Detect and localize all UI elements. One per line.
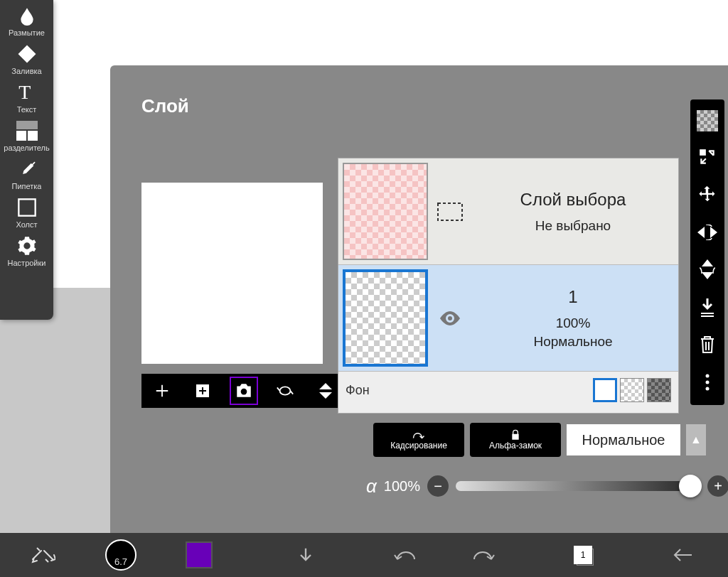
decrease-button[interactable]: − — [427, 475, 449, 497]
layer-thumb — [343, 269, 428, 367]
download-icon[interactable] — [284, 539, 327, 571]
tool-bucket[interactable]: Заливка — [0, 40, 53, 78]
add-button[interactable] — [148, 377, 176, 405]
cropping-button[interactable]: Кадсирование — [373, 423, 464, 457]
tool-settings[interactable]: Настройки — [0, 232, 53, 270]
increase-button[interactable]: + — [707, 475, 728, 497]
tool-label: Текст — [17, 105, 37, 114]
svg-rect-6 — [700, 149, 706, 156]
svg-rect-1 — [18, 199, 35, 215]
redo-button[interactable] — [462, 539, 505, 571]
layer-thumb — [343, 163, 428, 260]
svg-point-10 — [706, 380, 710, 384]
canvas-preview[interactable] — [141, 183, 323, 364]
brush-size-indicator[interactable]: 6.7 — [100, 539, 142, 571]
more-icon[interactable] — [695, 370, 719, 394]
layer-status: Не выбрано — [535, 218, 611, 234]
svg-text:T: T — [18, 82, 31, 102]
tool-label: Размытие — [9, 28, 45, 37]
mirror-v-icon[interactable] — [695, 257, 719, 281]
tool-label: Заливка — [11, 67, 41, 75]
bg-swatches — [593, 378, 671, 402]
bucket-icon — [16, 43, 38, 65]
svg-rect-7 — [701, 313, 714, 314]
move-icon[interactable] — [695, 183, 719, 207]
tool-label: Холст — [16, 220, 37, 229]
alpha-lock-label: Альфа-замок — [489, 441, 542, 451]
tool-eyedropper[interactable]: Пипетка — [0, 155, 53, 193]
tool-label: разделитель — [4, 144, 49, 152]
tool-label: Настройки — [8, 259, 46, 267]
text-icon: T — [16, 81, 38, 104]
bottom-bar: 6.7 1 — [0, 533, 728, 577]
layer-info: Слой выбора Не выбрано — [468, 158, 678, 264]
layer-active-row[interactable]: 1 100% Нормальное — [338, 265, 678, 372]
tool-divider[interactable]: разделитель — [0, 117, 53, 155]
svg-point-11 — [706, 387, 710, 390]
canvas-icon — [16, 196, 38, 219]
opacity-slider-row: α 100% − + — [366, 472, 728, 500]
panel-title: Слой — [110, 65, 728, 117]
slider-thumb[interactable] — [679, 475, 702, 497]
svg-point-5 — [448, 316, 452, 320]
layers-button[interactable]: 1 — [562, 539, 604, 571]
tool-blur[interactable]: Размытие — [0, 1, 53, 40]
svg-point-3 — [241, 389, 247, 395]
mirror-h-icon[interactable] — [695, 220, 719, 244]
trash-icon[interactable] — [695, 333, 719, 357]
rotate-button[interactable] — [271, 377, 299, 405]
new-image-button[interactable] — [188, 377, 217, 405]
visibility-icon[interactable] — [432, 265, 468, 371]
opacity-value: 100% — [384, 478, 420, 495]
layer-blend: Нормальное — [533, 334, 612, 350]
camera-button[interactable] — [230, 377, 258, 405]
blend-mode-select[interactable]: Нормальное — [567, 424, 680, 455]
svg-rect-8 — [701, 316, 714, 317]
checker-icon[interactable] — [697, 110, 718, 131]
layer-name: 1 — [568, 287, 577, 307]
svg-rect-4 — [438, 203, 462, 220]
alpha-lock-button[interactable]: Альфа-замок — [470, 423, 561, 457]
blur-icon — [16, 4, 38, 27]
layer-count: 1 — [574, 546, 592, 564]
brush-swap-icon[interactable] — [21, 539, 64, 571]
merge-down-icon[interactable] — [695, 295, 719, 319]
preview-action-bar — [141, 374, 346, 408]
layer-bottom-controls: Кадсирование Альфа-замок Нормальное ▲ — [373, 422, 728, 458]
selection-marquee-icon — [432, 158, 468, 264]
back-button[interactable] — [661, 539, 704, 571]
left-toolbar: Размытие Заливка T Текст разделитель Пип… — [0, 0, 53, 320]
tool-label: Пипетка — [12, 182, 42, 190]
alpha-symbol: α — [366, 475, 377, 497]
color-swatch[interactable] — [178, 539, 220, 571]
bg-checker[interactable] — [620, 378, 644, 402]
bg-dark[interactable] — [647, 378, 671, 402]
right-toolbar — [690, 99, 724, 405]
tool-text[interactable]: T Текст — [0, 78, 53, 117]
layer-info: 1 100% Нормальное — [468, 265, 678, 371]
layer-panel: Слой Слой выбора Не выбрано 1 — [110, 65, 728, 534]
bg-white[interactable] — [593, 378, 617, 402]
blend-mode-label: Нормальное — [582, 432, 665, 448]
transform-icon[interactable] — [695, 145, 719, 169]
svg-point-9 — [706, 374, 710, 377]
cropping-label: Кадсирование — [390, 441, 447, 451]
opacity-slider[interactable] — [456, 481, 700, 491]
layer-title: Слой выбора — [520, 190, 626, 210]
layer-opacity: 100% — [556, 316, 591, 331]
layer-footer: Фон — [338, 372, 678, 409]
layer-selection-row[interactable]: Слой выбора Не выбрано — [338, 158, 678, 265]
flip-button[interactable] — [311, 377, 340, 405]
blend-expand-button[interactable]: ▲ — [686, 424, 706, 455]
divider-icon — [16, 119, 38, 142]
layers-list: Слой выбора Не выбрано 1 100% Нормальное… — [338, 158, 679, 414]
tool-canvas[interactable]: Холст — [0, 193, 53, 232]
eyedropper-icon — [16, 158, 38, 180]
undo-button[interactable] — [384, 539, 427, 571]
gear-icon — [16, 234, 38, 257]
brush-size-value: 6.7 — [105, 539, 136, 571]
background-label: Фон — [346, 383, 370, 398]
